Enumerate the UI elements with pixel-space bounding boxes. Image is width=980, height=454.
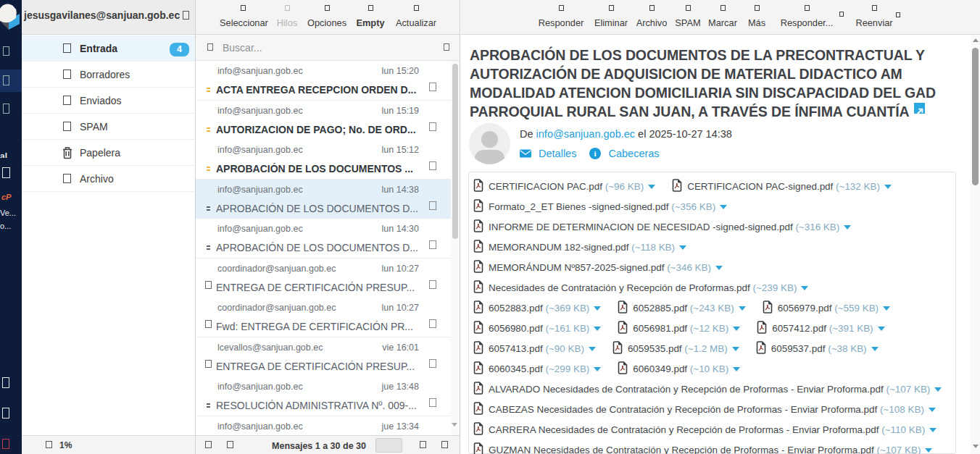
svg-text:i: i — [594, 149, 597, 158]
